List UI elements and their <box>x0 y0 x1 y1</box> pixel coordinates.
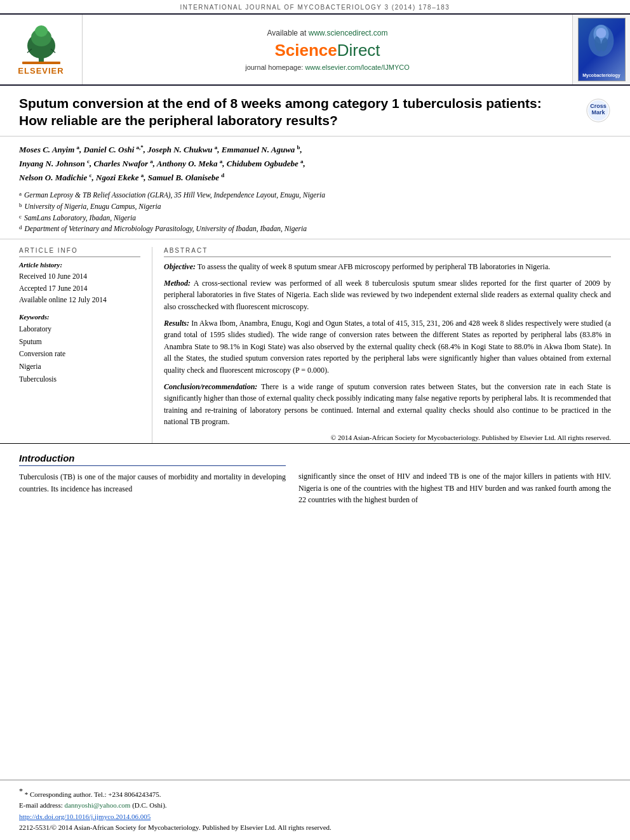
authors-section: Moses C. Anyim a, Daniel C. Oshi a,*, Jo… <box>0 137 630 240</box>
method-text: A cross-sectional review was performed o… <box>164 279 611 311</box>
objective-text: To assess the quality of week 8 sputum s… <box>198 262 550 271</box>
author-sup-a3: a <box>215 144 218 150</box>
header-center: Available at www.sciencedirect.com Scien… <box>83 15 573 84</box>
affiliation-a: a German Leprosy & TB Relief Association… <box>19 190 611 201</box>
accepted-date: Accepted 17 June 2014 <box>19 283 140 294</box>
author-sup-c2: c <box>90 172 92 178</box>
article-title-text: Sputum conversion at the end of 8 weeks … <box>19 95 573 130</box>
email-label: E-mail address: <box>19 801 63 809</box>
article-main-title: Sputum conversion at the end of 8 weeks … <box>19 95 573 130</box>
author-sup-a7: a <box>141 172 144 178</box>
journal-cover-box: Mycobacteriology <box>573 15 630 84</box>
journal-title-bar: International Journal of Mycobacteriolog… <box>0 0 630 13</box>
article-info-column: Article Info Article history: Received 1… <box>19 247 152 443</box>
article-title-section: Sputum conversion at the end of 8 weeks … <box>0 86 630 137</box>
intro-right-column: significantly since the onset of HIV and… <box>298 453 611 506</box>
affiliation-b: b University of Nigeria, Enugu Campus, N… <box>19 201 611 213</box>
author-sup-a: a <box>77 144 80 150</box>
elsevier-logo-box: ELSEVIER <box>0 15 83 84</box>
received-date: Received 10 June 2014 <box>19 270 140 282</box>
introduction-section: Introduction Tuberculosis (TB) is one of… <box>0 444 630 511</box>
journal-homepage-link[interactable]: www.elsevier.com/locate/IJMYCO <box>305 63 409 71</box>
introduction-title: Introduction <box>19 453 286 466</box>
keyword-conversion-rate: Conversion rate <box>19 348 140 361</box>
intro-left-para: Tuberculosis (TB) is one of the major ca… <box>19 471 286 495</box>
abstract-content: Objective: To assess the quality of week… <box>164 261 611 443</box>
sciencedirect-link[interactable]: www.sciencedirect.com <box>309 29 388 37</box>
crossmark-badge-icon[interactable]: Cross Mark <box>586 98 611 123</box>
keyword-laboratory: Laboratory <box>19 323 140 336</box>
available-text: Available at www.sciencedirect.com <box>267 29 388 37</box>
available-online-date: Available online 12 July 2014 <box>19 294 140 305</box>
author-sup-c: c <box>87 158 90 164</box>
author-sup-a6: a <box>300 158 304 164</box>
article-info-header: Article Info <box>19 247 140 257</box>
author-sup-b: b <box>297 144 300 150</box>
objective-label: Objective: <box>164 262 196 271</box>
email-link[interactable]: dannyoshi@yahoo.com <box>64 801 130 809</box>
page: International Journal of Mycobacteriolog… <box>0 0 630 840</box>
keywords-label: Keywords: <box>19 313 140 321</box>
article-history-values: Received 10 June 2014 Accepted 17 June 2… <box>19 270 140 305</box>
issn-line: 2212-5531/© 2014 Asian-African Society f… <box>19 822 611 834</box>
svg-text:Cross: Cross <box>590 103 607 109</box>
history-label: Article history: <box>19 261 140 269</box>
svg-point-3 <box>35 25 48 37</box>
corresponding-author-note: * * Corresponding author. Tel.: +234 806… <box>19 785 611 800</box>
email-line: E-mail address: dannyoshi@yahoo.com (D.C… <box>19 800 611 811</box>
results-text: In Akwa Ibom, Anambra, Enugu, Kogi and O… <box>164 319 611 375</box>
author-sup-d: d <box>221 172 224 178</box>
elsevier-tree-icon <box>16 23 67 65</box>
footer-section: * * Corresponding author. Tel.: +234 806… <box>0 780 630 840</box>
svg-text:Mark: Mark <box>591 109 605 116</box>
abstract-conclusion: Conclusion/recommendation: There is a wi… <box>164 381 611 428</box>
keyword-tuberculosis: Tuberculosis <box>19 373 140 386</box>
abstract-results: Results: In Akwa Ibom, Anambra, Enugu, K… <box>164 317 611 377</box>
svg-rect-4 <box>22 62 60 64</box>
method-label: Method: <box>164 279 191 288</box>
intro-left-column: Introduction Tuberculosis (TB) is one of… <box>19 453 298 506</box>
abstract-column: Abstract Objective: To assess the qualit… <box>152 247 611 443</box>
abstract-method: Method: A cross-sectional review was per… <box>164 277 611 313</box>
article-history-block: Article history: Received 10 June 2014 A… <box>19 261 140 305</box>
journal-title-text: International Journal of Mycobacteriolog… <box>180 4 450 11</box>
copyright-line: © 2014 Asian-African Society for Mycobac… <box>164 432 611 443</box>
journal-cover-image: Mycobacteriology <box>578 18 626 81</box>
affiliation-c: c SamLans Laboratory, Ibadan, Nigeria <box>19 213 611 224</box>
sciencedirect-logo: ScienceDirect <box>274 41 380 60</box>
doi-line: http://dx.doi.org/10.1016/j.ijmyco.2014.… <box>19 811 611 823</box>
abstract-header: Abstract <box>164 247 611 257</box>
authors-line: Moses C. Anyim a, Daniel C. Oshi a,*, Jo… <box>19 143 611 185</box>
conclusion-label: Conclusion/recommendation: <box>164 382 257 391</box>
email-suffix: (D.C. Oshi). <box>132 801 166 809</box>
keyword-nigeria: Nigeria <box>19 361 140 373</box>
intro-right-para: significantly since the onset of HIV and… <box>298 470 611 506</box>
affiliation-d: d Department of Veterinary and Microbiol… <box>19 223 611 235</box>
elsevier-logo-text: ELSEVIER <box>18 66 64 76</box>
keyword-sputum: Sputum <box>19 336 140 349</box>
cover-illustration <box>584 22 619 60</box>
header-area: ELSEVIER Available at www.sciencedirect.… <box>0 13 630 86</box>
author-sup-a4: a <box>150 158 153 164</box>
doi-link[interactable]: http://dx.doi.org/10.1016/j.ijmyco.2014.… <box>19 813 151 820</box>
keywords-block: Keywords: Laboratory Sputum Conversion r… <box>19 313 140 385</box>
abstract-objective: Objective: To assess the quality of week… <box>164 261 611 273</box>
affiliations: a German Leprosy & TB Relief Association… <box>19 190 611 235</box>
cover-title-text: Mycobacteriology <box>582 73 620 78</box>
author-sup-a5: a <box>220 158 223 164</box>
body-columns: Article Info Article history: Received 1… <box>0 239 630 444</box>
results-label: Results: <box>164 319 189 328</box>
journal-home: journal homepage: www.elsevier.com/locat… <box>245 63 410 71</box>
author-sup-a2: a,* <box>137 144 144 150</box>
